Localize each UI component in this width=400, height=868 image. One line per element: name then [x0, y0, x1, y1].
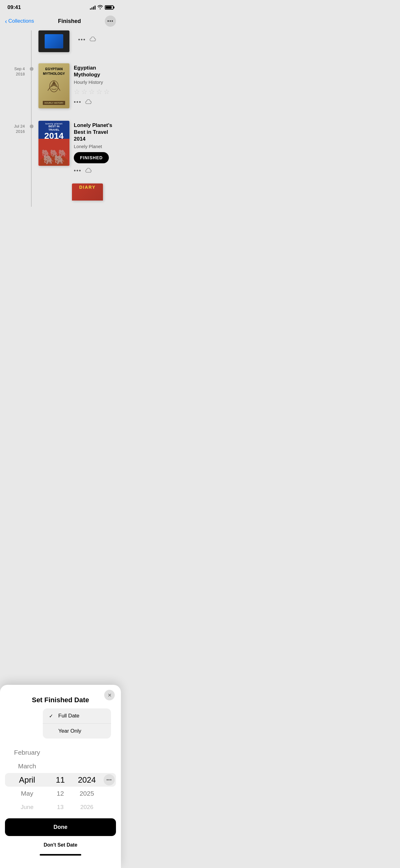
more-icon: •••: [107, 18, 113, 24]
book-entry-lonely-planet: Jul 242016 lonely planet BEST INTRAVEL 2…: [0, 115, 121, 180]
book-options-icon[interactable]: •••: [74, 99, 81, 105]
book-cover-egyptian[interactable]: EGYPTIANMYTHOLOGY HOURLY HISTORY: [38, 63, 69, 108]
page-title: Finished: [58, 18, 81, 25]
diary-book-cover[interactable]: DIARY: [72, 183, 103, 200]
cloud-icon: [85, 99, 92, 105]
book-content-egyptian: EGYPTIANMYTHOLOGY HOURLY HISTORY: [38, 63, 116, 108]
status-icons: [90, 5, 113, 10]
book-title-lp: Lonely Planet's Best in Travel 2014: [74, 122, 116, 143]
star-3[interactable]: ☆: [89, 88, 95, 96]
book-actions-egyptian: •••: [74, 99, 116, 105]
book-cover-lp[interactable]: lonely planet BEST INTRAVEL 2014 THE BES…: [38, 121, 69, 166]
svg-point-1: [53, 82, 55, 85]
book-options-icon[interactable]: •••: [74, 168, 81, 174]
book-author-egyptian: Hourly History: [74, 80, 116, 85]
partial-bottom-book: DIARY: [0, 180, 121, 200]
book-date-egyptian: Sep 42018: [0, 63, 25, 77]
partial-top-book: •••: [0, 30, 121, 57]
back-button[interactable]: ‹ Collections: [5, 18, 34, 25]
book-stars-egyptian[interactable]: ☆ ☆ ☆ ☆ ☆: [74, 88, 116, 96]
status-time: 09:41: [7, 4, 21, 10]
book-info-lp: Lonely Planet's Best in Travel 2014 Lone…: [74, 121, 116, 174]
book-info-egyptian: Egyptian Mythology Hourly History ☆ ☆ ☆ …: [74, 63, 116, 105]
battery-icon: [105, 5, 113, 10]
star-2[interactable]: ☆: [81, 88, 88, 96]
book-title-egyptian: Egyptian Mythology: [74, 65, 116, 78]
book-entry-egyptian: Sep 42018 EGYPTIANMYTHOLOGY: [0, 57, 121, 115]
book-author-lp: Lonely Planet: [74, 144, 116, 149]
signal-icon: [90, 5, 96, 10]
finished-badge[interactable]: FINISHED: [74, 152, 109, 163]
book-actions-lp: •••: [74, 168, 116, 174]
wifi-icon: [97, 5, 103, 10]
book-list: ••• Sep 42018 EGYPTIANMYTHOLOGY: [0, 30, 121, 207]
star-4[interactable]: ☆: [96, 88, 102, 96]
star-1[interactable]: ☆: [74, 88, 80, 96]
timeline-dot-egyptian: [30, 67, 33, 71]
cloud-icon: [90, 37, 96, 43]
partial-book-actions: •••: [78, 30, 96, 43]
nav-header: ‹ Collections Finished •••: [0, 13, 121, 30]
timeline-dot-lp: [30, 124, 33, 128]
status-bar: 09:41: [0, 0, 121, 13]
book-options-icon[interactable]: •••: [78, 37, 86, 43]
book-date-lp: Jul 242016: [0, 121, 25, 134]
back-label: Collections: [8, 18, 34, 24]
partial-book-cover: [38, 30, 69, 52]
cloud-icon: [85, 168, 92, 174]
chevron-left-icon: ‹: [5, 18, 7, 25]
more-button[interactable]: •••: [105, 16, 116, 27]
book-content-lp: lonely planet BEST INTRAVEL 2014 THE BES…: [38, 121, 116, 174]
star-5[interactable]: ☆: [104, 88, 110, 96]
